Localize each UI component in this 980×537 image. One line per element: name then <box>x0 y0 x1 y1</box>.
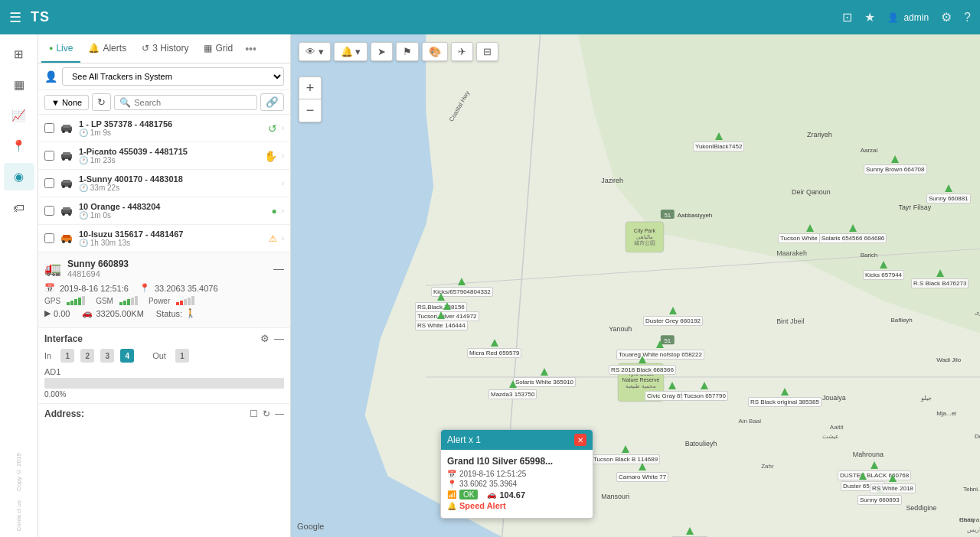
map-marker[interactable]: Sunny 660881 <box>926 184 971 203</box>
tracker-item[interactable]: 1-Sunny 400170 - 4483018 🕐 33m 22s › <box>38 170 290 197</box>
gsm-label: GSM <box>96 297 113 305</box>
layers-tool-button[interactable]: ⊟ <box>476 42 498 61</box>
tracker-select-row: 👤 See All Trackers in System My Trackers <box>38 63 290 90</box>
zoom-out-button[interactable]: − <box>299 99 322 122</box>
interface-minus-icon[interactable]: — <box>274 333 284 344</box>
svg-point-10 <box>62 185 65 188</box>
bell-tool-button[interactable]: 🔔 ▾ <box>334 42 368 61</box>
tracker-item[interactable]: 10-Isuzu 315617 - 4481467 🕐 1h 30m 13s ⚠… <box>38 225 290 252</box>
tracker-expand-arrow[interactable]: › <box>282 207 284 215</box>
map-area[interactable]: Jazireh Aabbasiyyeh Deir Qanoun Tayr Fil… <box>291 34 980 537</box>
tracker-time: 🕐 1m 23s <box>79 156 260 164</box>
monitor-icon[interactable]: ⊡ <box>842 10 852 24</box>
link-button[interactable]: 🔗 <box>260 93 284 111</box>
map-marker[interactable]: R.S Black B476273 <box>911 269 969 288</box>
tracker-info: 1-Picanto 455039 - 4481715 🕐 1m 23s <box>79 147 260 164</box>
in-btn-4[interactable]: 4 <box>120 349 134 363</box>
tracker-item[interactable]: 10 Orange - 4483204 🕐 1m 0s ● › <box>38 197 290 225</box>
detail-minus-btn[interactable]: — <box>273 262 284 275</box>
contact-us[interactable]: Conta ct us <box>15 500 22 531</box>
map-marker[interactable]: Kicks 657944 <box>863 261 904 280</box>
sidebar-item-dashboard[interactable]: ⊞ <box>4 41 34 68</box>
tracker-vehicle-icon <box>59 231 74 246</box>
alert-header: Alert x 1 ✕ <box>441 430 593 450</box>
out-btn-1[interactable]: 1 <box>175 349 189 363</box>
arrow-tool-button[interactable]: ➤ <box>371 42 393 61</box>
tab-grid[interactable]: ▦ Grid <box>196 34 240 63</box>
sidebar-item-chart[interactable]: 📈 <box>4 102 34 129</box>
interface-settings-icon[interactable]: ⚙ <box>260 333 270 344</box>
map-marker[interactable]: Sunny Brown 664708 <box>864 155 927 174</box>
calendar-icon: 📅 <box>44 283 55 293</box>
tab-alerts[interactable]: 🔔 Alerts <box>80 34 134 63</box>
alert-signal-icon: 📶 <box>447 490 456 499</box>
tracker-item[interactable]: 1 - LP 357378 - 4481756 🕐 1m 9s ↺ › <box>38 115 290 142</box>
map-marker[interactable]: R.S 315154 <box>671 527 708 537</box>
svg-point-11 <box>68 185 71 188</box>
sidebar-item-grid[interactable]: ▦ <box>4 71 34 99</box>
tracker-expand-arrow[interactable]: › <box>282 234 284 242</box>
tracker-name: 1-Sunny 400170 - 4483018 <box>79 174 277 184</box>
sidebar-item-location[interactable]: 📍 <box>4 132 34 160</box>
palette-tool-button[interactable]: 🎨 <box>422 42 448 61</box>
settings-icon[interactable]: ⚙ <box>941 10 952 24</box>
address-title: Address: <box>44 408 84 419</box>
map-marker[interactable]: RS Black original 385385 <box>748 388 822 407</box>
tracker-expand-arrow[interactable]: › <box>282 179 284 187</box>
alert-close-button[interactable]: ✕ <box>574 434 586 446</box>
live-dot-icon: ● <box>49 44 53 52</box>
refresh-button[interactable]: ↻ <box>92 93 111 111</box>
tab-more-icon[interactable]: ••• <box>240 38 261 60</box>
map-marker[interactable]: Micra Red 659579 <box>467 339 521 358</box>
tracker-checkbox[interactable] <box>44 178 54 188</box>
in-btn-1[interactable]: 1 <box>60 349 74 363</box>
tracker-item[interactable]: 1-Picanto 455039 - 4481715 🕐 1m 23s ✋ › <box>38 142 290 170</box>
io-row: In 1 2 3 4 Out 1 <box>44 349 284 363</box>
zoom-in-button[interactable]: + <box>299 76 322 99</box>
map-marker[interactable]: RS White 146444 <box>415 311 468 330</box>
address-checkbox-icon[interactable]: ☐ <box>250 408 258 419</box>
svg-rect-5 <box>63 152 70 155</box>
tab-history[interactable]: ↺ 3 History <box>134 34 196 63</box>
in-btn-3[interactable]: 3 <box>100 349 114 363</box>
map-marker[interactable]: YukonlBlack7452 <box>693 132 744 151</box>
filter-button[interactable]: ▼ None <box>44 95 89 110</box>
icon-sidebar: ⊞ ▦ 📈 📍 ◉ 🏷 Copy © 2019 Conta ct us <box>0 34 38 537</box>
tracker-checkbox[interactable] <box>44 123 54 133</box>
user-menu[interactable]: 👤 admin <box>887 12 929 23</box>
sidebar-item-circle[interactable]: ◉ <box>4 163 34 190</box>
hamburger-icon[interactable]: ☰ <box>9 9 21 26</box>
help-icon[interactable]: ? <box>964 11 971 24</box>
map-marker[interactable]: Tucson Black B 114689 <box>591 445 660 464</box>
status-label: Status: <box>156 309 182 318</box>
tracker-expand-arrow[interactable]: › <box>282 151 284 160</box>
tracker-checkbox[interactable] <box>44 233 54 243</box>
sidebar-item-tag[interactable]: 🏷 <box>4 194 34 221</box>
map-marker[interactable]: RS White 2018 <box>870 474 916 493</box>
map-marker[interactable]: Mazda3 153750 <box>488 380 537 399</box>
map-marker[interactable]: Solaris 654566 664686 <box>819 224 887 243</box>
tracker-select[interactable]: See All Trackers in System My Trackers <box>62 67 284 86</box>
navbar-right: ⊡ ★ 👤 admin ⚙ ? <box>842 10 971 24</box>
search-input[interactable] <box>134 98 252 107</box>
tab-live[interactable]: ● Live <box>41 34 80 63</box>
star-icon[interactable]: ★ <box>864 10 875 24</box>
location-tool-button[interactable]: ✈ <box>451 42 473 61</box>
map-marker[interactable]: Tucson 657790 <box>681 382 728 401</box>
map-marker[interactable]: Duster Grey 660192 <box>643 307 703 326</box>
tracker-checkbox[interactable] <box>44 151 54 161</box>
address-refresh-icon[interactable]: ↻ <box>263 408 270 419</box>
address-minus-icon[interactable]: — <box>275 408 284 419</box>
tracker-checkbox[interactable] <box>44 206 54 216</box>
map-marker[interactable]: RS 2018 Black 668366 <box>609 356 676 375</box>
map-marker[interactable]: Camaro White 77 <box>616 463 668 482</box>
tracker-expand-arrow[interactable]: › <box>282 124 284 132</box>
tracker-status-dot: ● <box>271 206 276 216</box>
marker-label: RS White 146444 <box>415 321 468 330</box>
alert-body: Grand I10 Silver 65998... 📅 2019-8-16 12… <box>441 450 593 518</box>
zoom-controls: + − <box>299 76 322 122</box>
flag-tool-button[interactable]: ⚑ <box>396 42 419 61</box>
eye-tool-button[interactable]: 👁 ▾ <box>299 42 331 61</box>
tracker-user-icon: 👤 <box>44 70 57 83</box>
in-btn-2[interactable]: 2 <box>80 349 94 363</box>
